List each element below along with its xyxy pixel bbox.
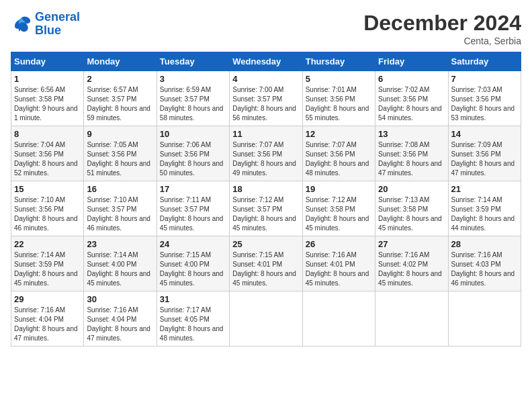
weekday-header-wednesday: Wednesday: [230, 52, 302, 71]
sunset-text: Sunset: 3:57 PM: [160, 95, 210, 103]
day-info: Sunrise: 7:05 AM Sunset: 3:56 PM Dayligh…: [87, 140, 153, 178]
daylight-text: Daylight: 8 hours and 51 minutes.: [87, 160, 150, 177]
weekday-header-saturday: Saturday: [448, 52, 521, 71]
day-cell-18: 18 Sunrise: 7:12 AM Sunset: 3:57 PM Dayl…: [230, 181, 302, 236]
sunrise-text: Sunrise: 7:16 AM: [378, 251, 429, 259]
day-info: Sunrise: 7:14 AM Sunset: 3:59 PM Dayligh…: [14, 250, 81, 288]
day-info: Sunrise: 7:16 AM Sunset: 4:04 PM Dayligh…: [14, 306, 81, 343]
day-cell-17: 17 Sunrise: 7:11 AM Sunset: 3:57 PM Dayl…: [157, 181, 229, 236]
daylight-text: Daylight: 8 hours and 44 minutes.: [451, 215, 515, 232]
day-info: Sunrise: 7:16 AM Sunset: 4:02 PM Dayligh…: [378, 250, 445, 288]
day-cell-8: 8 Sunrise: 7:04 AM Sunset: 3:56 PM Dayli…: [11, 126, 84, 181]
day-cell-19: 19 Sunrise: 7:12 AM Sunset: 3:58 PM Dayl…: [302, 181, 375, 236]
day-info: Sunrise: 7:17 AM Sunset: 4:05 PM Dayligh…: [160, 306, 226, 343]
sunset-text: Sunset: 3:57 PM: [232, 205, 282, 213]
day-cell-29: 29 Sunrise: 7:16 AM Sunset: 4:04 PM Dayl…: [11, 291, 84, 347]
daylight-text: Daylight: 9 hours and 1 minute.: [14, 105, 78, 122]
day-cell-9: 9 Sunrise: 7:05 AM Sunset: 3:56 PM Dayli…: [84, 126, 157, 181]
weekday-header-tuesday: Tuesday: [157, 52, 229, 71]
day-info: Sunrise: 7:10 AM Sunset: 3:57 PM Dayligh…: [87, 195, 153, 233]
logo: General Blue: [11, 11, 80, 38]
sunrise-text: Sunrise: 7:12 AM: [232, 196, 283, 203]
day-cell-22: 22 Sunrise: 7:14 AM Sunset: 3:59 PM Dayl…: [11, 236, 84, 291]
day-info: Sunrise: 7:07 AM Sunset: 3:56 PM Dayligh…: [306, 140, 372, 178]
daylight-text: Daylight: 8 hours and 53 minutes.: [451, 105, 515, 122]
day-cell-11: 11 Sunrise: 7:07 AM Sunset: 3:56 PM Dayl…: [230, 126, 302, 181]
day-number: 20: [378, 184, 445, 194]
sunset-text: Sunset: 3:59 PM: [14, 261, 64, 268]
daylight-text: Daylight: 8 hours and 45 minutes.: [306, 270, 369, 287]
day-info: Sunrise: 7:16 AM Sunset: 4:04 PM Dayligh…: [87, 306, 153, 343]
daylight-text: Daylight: 8 hours and 56 minutes.: [232, 105, 296, 122]
sunrise-text: Sunrise: 7:07 AM: [306, 141, 357, 148]
day-info: Sunrise: 7:14 AM Sunset: 4:00 PM Dayligh…: [87, 250, 153, 288]
sunrise-text: Sunrise: 7:02 AM: [378, 86, 429, 93]
day-cell-13: 13 Sunrise: 7:08 AM Sunset: 3:56 PM Dayl…: [375, 126, 448, 181]
day-cell-28: 28 Sunrise: 7:16 AM Sunset: 4:03 PM Dayl…: [448, 236, 521, 291]
day-cell-20: 20 Sunrise: 7:13 AM Sunset: 3:58 PM Dayl…: [375, 181, 448, 236]
day-number: 6: [378, 74, 445, 84]
sunrise-text: Sunrise: 7:10 AM: [14, 196, 65, 203]
sunrise-text: Sunrise: 7:03 AM: [451, 86, 502, 93]
day-cell-31: 31 Sunrise: 7:17 AM Sunset: 4:05 PM Dayl…: [157, 291, 229, 347]
empty-cell: [448, 291, 521, 347]
sunrise-text: Sunrise: 7:13 AM: [378, 196, 429, 203]
day-info: Sunrise: 7:09 AM Sunset: 3:56 PM Dayligh…: [451, 140, 518, 178]
sunset-text: Sunset: 3:56 PM: [451, 150, 501, 158]
header-row: SundayMondayTuesdayWednesdayThursdayFrid…: [11, 52, 521, 71]
sunrise-text: Sunrise: 7:01 AM: [306, 86, 357, 93]
daylight-text: Daylight: 8 hours and 52 minutes.: [14, 160, 78, 177]
sunset-text: Sunset: 3:57 PM: [232, 95, 282, 103]
day-cell-10: 10 Sunrise: 7:06 AM Sunset: 3:56 PM Dayl…: [157, 126, 229, 181]
daylight-text: Daylight: 8 hours and 47 minutes.: [87, 325, 150, 342]
day-info: Sunrise: 7:12 AM Sunset: 3:57 PM Dayligh…: [232, 195, 299, 233]
day-info: Sunrise: 7:16 AM Sunset: 4:03 PM Dayligh…: [451, 250, 518, 288]
sunrise-text: Sunrise: 7:10 AM: [87, 196, 138, 203]
day-cell-24: 24 Sunrise: 7:15 AM Sunset: 4:00 PM Dayl…: [157, 236, 229, 291]
day-number: 7: [451, 74, 518, 84]
day-info: Sunrise: 7:11 AM Sunset: 3:57 PM Dayligh…: [160, 195, 226, 233]
daylight-text: Daylight: 8 hours and 48 minutes.: [160, 325, 224, 342]
calendar-table: SundayMondayTuesdayWednesdayThursdayFrid…: [11, 52, 521, 347]
day-number: 14: [451, 129, 518, 139]
day-info: Sunrise: 7:06 AM Sunset: 3:56 PM Dayligh…: [160, 140, 226, 178]
sunrise-text: Sunrise: 7:16 AM: [87, 306, 138, 314]
sunrise-text: Sunrise: 7:14 AM: [451, 196, 502, 203]
daylight-text: Daylight: 8 hours and 59 minutes.: [87, 105, 150, 122]
day-info: Sunrise: 7:13 AM Sunset: 3:58 PM Dayligh…: [378, 195, 445, 233]
day-cell-1: 1 Sunrise: 6:56 AM Sunset: 3:58 PM Dayli…: [11, 71, 84, 126]
daylight-text: Daylight: 8 hours and 46 minutes.: [451, 270, 515, 287]
sunrise-text: Sunrise: 7:17 AM: [160, 306, 211, 314]
sunrise-text: Sunrise: 7:14 AM: [14, 251, 65, 259]
day-info: Sunrise: 7:15 AM Sunset: 4:00 PM Dayligh…: [160, 250, 226, 288]
sunrise-text: Sunrise: 7:15 AM: [232, 251, 283, 259]
sunset-text: Sunset: 4:00 PM: [87, 261, 136, 268]
day-info: Sunrise: 7:02 AM Sunset: 3:56 PM Dayligh…: [378, 85, 445, 123]
title-block: December 2024 Centa, Serbia: [363, 11, 521, 46]
sunset-text: Sunset: 3:59 PM: [451, 205, 501, 213]
sunset-text: Sunset: 3:56 PM: [378, 150, 428, 158]
day-number: 17: [160, 184, 226, 194]
day-number: 15: [14, 184, 81, 194]
day-cell-2: 2 Sunrise: 6:57 AM Sunset: 3:57 PM Dayli…: [84, 71, 157, 126]
calendar-week-1: 1 Sunrise: 6:56 AM Sunset: 3:58 PM Dayli…: [11, 71, 521, 126]
daylight-text: Daylight: 8 hours and 50 minutes.: [160, 160, 224, 177]
day-info: Sunrise: 7:16 AM Sunset: 4:01 PM Dayligh…: [306, 250, 372, 288]
daylight-text: Daylight: 8 hours and 45 minutes.: [378, 215, 442, 232]
sunrise-text: Sunrise: 7:16 AM: [14, 306, 65, 314]
day-number: 13: [378, 129, 445, 139]
day-number: 24: [160, 239, 226, 249]
day-info: Sunrise: 7:00 AM Sunset: 3:57 PM Dayligh…: [232, 85, 299, 123]
daylight-text: Daylight: 8 hours and 47 minutes.: [378, 160, 442, 177]
daylight-text: Daylight: 8 hours and 55 minutes.: [306, 105, 369, 122]
daylight-text: Daylight: 8 hours and 58 minutes.: [160, 105, 224, 122]
day-number: 8: [14, 129, 81, 139]
daylight-text: Daylight: 8 hours and 45 minutes.: [160, 215, 224, 232]
day-number: 29: [14, 294, 81, 304]
daylight-text: Daylight: 8 hours and 45 minutes.: [306, 215, 369, 232]
day-cell-23: 23 Sunrise: 7:14 AM Sunset: 4:00 PM Dayl…: [84, 236, 157, 291]
calendar-week-3: 15 Sunrise: 7:10 AM Sunset: 3:56 PM Dayl…: [11, 181, 521, 236]
location-label: Centa, Serbia: [363, 36, 521, 46]
day-info: Sunrise: 7:03 AM Sunset: 3:56 PM Dayligh…: [451, 85, 518, 123]
sunrise-text: Sunrise: 6:57 AM: [87, 86, 138, 93]
